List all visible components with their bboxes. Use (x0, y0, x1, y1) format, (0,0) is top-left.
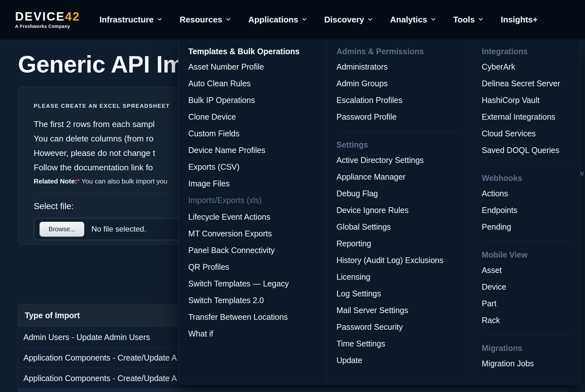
menu-item-pending[interactable]: Pending (482, 218, 571, 235)
menu-group-header-integrations: Integrations (482, 44, 571, 58)
nav-item-label: Infrastructure (99, 15, 154, 25)
chevron-down-icon (157, 16, 162, 21)
menu-item-cloud-services[interactable]: Cloud Services (482, 125, 571, 142)
menu-item-admin-groups[interactable]: Admin Groups (336, 75, 462, 92)
logo-name: DEVICE (15, 10, 65, 23)
menu-item-rack[interactable]: Rack (482, 312, 571, 328)
menu-item-imports-exports-xls[interactable]: Imports/Exports (xls) (188, 192, 317, 209)
menu-item-log-settings[interactable]: Log Settings (336, 285, 462, 302)
chevron-down-icon (302, 16, 307, 21)
chevron-down-icon (368, 16, 372, 21)
menu-group-divider (482, 241, 571, 242)
nav-item-discovery[interactable]: Discovery (324, 15, 372, 25)
nav-item-infrastructure[interactable]: Infrastructure (99, 15, 161, 25)
menu-item-custom-fields[interactable]: Custom Fields (188, 125, 317, 142)
menu-item-switch-templates-2-0[interactable]: Switch Templates 2.0 (188, 292, 317, 309)
menu-item-cyberark[interactable]: CyberArk (482, 58, 571, 75)
menu-group-header-mobile-view: Mobile View (482, 248, 571, 262)
menu-item-migration-jobs[interactable]: Migration Jobs (482, 355, 571, 372)
menu-item-debug-flag[interactable]: Debug Flag (336, 185, 462, 202)
menu-item-active-directory-settings[interactable]: Active Directory Settings (336, 152, 462, 168)
menu-item-mail-server-settings[interactable]: Mail Server Settings (336, 302, 462, 319)
menu-item-appliance-manager[interactable]: Appliance Manager (336, 168, 462, 185)
menu-item-lifecycle-event-actions[interactable]: Lifecycle Event Actions (188, 209, 317, 225)
tools-mega-menu: Templates & Bulk Operations Asset Number… (178, 39, 581, 384)
nav-item-label: Analytics (390, 15, 427, 25)
menu-group-header-templates-bulk-operations: Templates & Bulk Operations (188, 44, 317, 58)
menu-item-exports-csv[interactable]: Exports (CSV) (188, 158, 317, 175)
browse-button[interactable]: Browse... (39, 222, 84, 237)
menu-group-header-admins-permissions: Admins & Permissions (336, 44, 462, 58)
menu-item-administrators[interactable]: Administrators (336, 58, 462, 75)
related-note-text: You can also bulk import you (80, 177, 167, 185)
nav-item-resources[interactable]: Resources (180, 15, 230, 25)
logo-subtitle: A Freshworks Company (15, 24, 80, 29)
related-note-label: Related Note: (34, 177, 77, 185)
menu-item-qr-profiles[interactable]: QR Profiles (188, 259, 317, 275)
menu-item-escalation-profiles[interactable]: Escalation Profiles (336, 92, 462, 108)
menu-item-endpoints[interactable]: Endpoints (482, 202, 571, 218)
menu-column-templates: Templates & Bulk Operations Asset Number… (179, 39, 327, 384)
menu-item-history-audit-log-exclusions[interactable]: History (Audit Log) Exclusions (336, 252, 462, 268)
nav-item-label: Insights+ (501, 15, 538, 25)
top-navigation: DEVICE42 A Freshworks Company Infrastruc… (0, 0, 585, 39)
logo-accent: 42 (65, 10, 80, 23)
menu-item-clone-device[interactable]: Clone Device (188, 108, 317, 125)
menu-item-actions[interactable]: Actions (482, 185, 571, 202)
nav-item-analytics[interactable]: Analytics (390, 15, 435, 25)
menu-group-divider (482, 335, 571, 335)
menu-item-asset[interactable]: Asset (482, 262, 571, 278)
chevron-down-icon (479, 16, 483, 21)
menu-item-password-profile[interactable]: Password Profile (336, 108, 462, 125)
required-asterisk: * (77, 177, 80, 185)
menu-item-bulk-ip-operations[interactable]: Bulk IP Operations (188, 92, 317, 108)
main-nav: Infrastructure Resources Applications Di… (99, 15, 538, 25)
menu-item-delinea-secret-server[interactable]: Delinea Secret Server (482, 75, 571, 92)
menu-item-hashicorp-vault[interactable]: HashiCorp Vault (482, 92, 571, 108)
menu-item-switch-templates-legacy[interactable]: Switch Templates — Legacy (188, 275, 317, 292)
chevron-down-icon (431, 16, 436, 21)
menu-item-mt-conversion-exports[interactable]: MT Conversion Exports (188, 225, 317, 242)
menu-item-password-security[interactable]: Password Security (336, 319, 462, 335)
nav-item-label: Discovery (324, 15, 364, 25)
chevron-down-icon (226, 16, 231, 21)
menu-item-part[interactable]: Part (482, 295, 571, 312)
menu-group-divider (482, 165, 571, 165)
nav-item-insights-plus[interactable]: Insights+ (501, 15, 538, 25)
nav-item-tools[interactable]: Tools (453, 15, 482, 25)
menu-item-device-name-profiles[interactable]: Device Name Profiles (188, 142, 317, 158)
menu-column-integrations: Integrations CyberArk Delinea Secret Ser… (472, 39, 580, 384)
table-row-partial (18, 388, 567, 392)
device42-logo-text: DEVICE42 (15, 11, 80, 22)
menu-group-header-webhooks: Webhooks (482, 171, 571, 185)
menu-item-saved-doql-queries[interactable]: Saved DOQL Queries (482, 142, 571, 158)
menu-item-asset-number-profile[interactable]: Asset Number Profile (188, 58, 317, 75)
menu-group-header-settings: Settings (336, 138, 462, 152)
menu-item-auto-clean-rules[interactable]: Auto Clean Rules (188, 75, 317, 92)
menu-group-header-migrations: Migrations (482, 341, 571, 355)
menu-item-transfer-between-locations[interactable]: Transfer Between Locations (188, 309, 317, 325)
nav-item-label: Tools (453, 15, 475, 25)
menu-group-divider (336, 131, 462, 132)
menu-item-reporting[interactable]: Reporting (336, 235, 462, 252)
menu-item-licensing[interactable]: Licensing (336, 268, 462, 285)
menu-item-time-settings[interactable]: Time Settings (336, 335, 462, 352)
file-status-text: No file selected. (91, 225, 146, 234)
menu-item-global-settings[interactable]: Global Settings (336, 218, 462, 235)
nav-item-label: Resources (180, 15, 222, 25)
menu-item-external-integrations[interactable]: External Integrations (482, 108, 571, 125)
menu-item-image-files[interactable]: Image Files (188, 175, 317, 192)
menu-item-update[interactable]: Update (336, 352, 462, 369)
menu-item-device[interactable]: Device (482, 278, 571, 295)
menu-item-panel-back-connectivity[interactable]: Panel Back Connectivity (188, 242, 317, 259)
menu-item-device-ignore-rules[interactable]: Device Ignore Rules (336, 202, 462, 218)
nav-item-label: Applications (248, 15, 298, 25)
menu-item-what-if[interactable]: What if (188, 325, 317, 342)
menu-column-admins-settings: Admins & Permissions Administrators Admi… (327, 39, 472, 384)
nav-item-applications[interactable]: Applications (248, 15, 306, 25)
device42-logo[interactable]: DEVICE42 A Freshworks Company (15, 11, 80, 29)
